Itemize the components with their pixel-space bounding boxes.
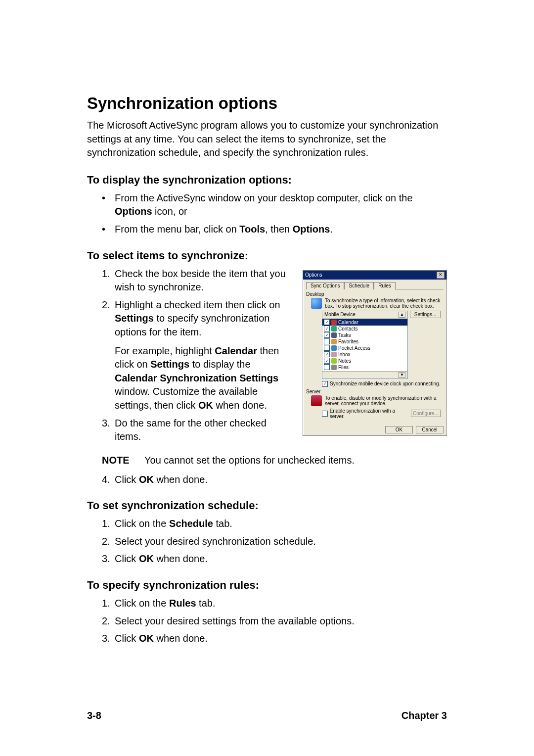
list-item[interactable]: Pocket Access	[322, 345, 407, 351]
intro-paragraph: The Microsoft ActiveSync program allows …	[87, 119, 447, 160]
sync-icon	[311, 298, 322, 309]
item-checkbox[interactable]	[324, 338, 330, 344]
item-checkbox[interactable]: ✓	[324, 351, 330, 357]
item-checkbox[interactable]	[324, 345, 330, 351]
display-option-2: From the menu bar, click on Tools, then …	[102, 223, 447, 236]
item-label: Favorites	[338, 338, 358, 345]
tab-rules[interactable]: Rules	[374, 282, 396, 289]
item-checkbox[interactable]: ✓	[324, 358, 330, 364]
item-label: Tasks	[338, 332, 351, 338]
rules-step-3: Click OK when done.	[102, 632, 447, 646]
configure-button: Configure...	[411, 410, 441, 417]
item-icon	[331, 339, 337, 344]
section-schedule-heading: To set synchronization schedule:	[87, 499, 447, 512]
desktop-section-label: Desktop	[306, 291, 444, 297]
desktop-info-text: To synchronize a type of information, se…	[325, 298, 444, 309]
item-checkbox[interactable]: ✓	[324, 326, 330, 331]
item-label: Pocket Access	[338, 345, 370, 351]
section-display-heading: To display the synchronization options:	[87, 174, 447, 187]
list-item[interactable]: Favorites	[322, 338, 407, 345]
enable-server-label: Enable synchronization with a server.	[330, 408, 409, 419]
sync-clock-label: Synchronize mobile device clock upon con…	[330, 381, 440, 386]
schedule-step-2: Select your desired synchronization sche…	[102, 535, 447, 549]
settings-button[interactable]: Settings...	[410, 311, 441, 318]
rules-step-2: Select your desired settings from the av…	[102, 614, 447, 628]
list-item[interactable]: Files	[322, 364, 407, 371]
server-icon	[311, 395, 322, 406]
item-icon	[331, 326, 337, 331]
list-item[interactable]: ✓Inbox	[322, 351, 407, 358]
note-text: You cannot set the options for unchecked…	[144, 455, 355, 466]
schedule-step-1: Click on the Schedule tab.	[102, 517, 447, 531]
item-icon	[331, 352, 337, 357]
list-header-label: Mobile Device	[324, 312, 356, 318]
list-item[interactable]: ✓Calendar	[322, 319, 407, 326]
list-item[interactable]: ✓Tasks	[322, 332, 407, 338]
page-number: 3-8	[87, 710, 101, 721]
item-checkbox[interactable]: ✓	[324, 319, 330, 325]
item-icon	[331, 345, 337, 351]
tab-sync-options[interactable]: Sync Options	[306, 282, 344, 289]
display-option-1: From the ActiveSync window on your deskt…	[102, 191, 447, 219]
list-item[interactable]: ✓Notes	[322, 358, 407, 364]
item-checkbox[interactable]	[324, 364, 330, 370]
server-info-text: To enable, disable or modify synchroniza…	[325, 395, 444, 406]
rules-step-1: Click on the Rules tab.	[102, 597, 447, 611]
item-icon	[331, 332, 337, 338]
cancel-button[interactable]: Cancel	[416, 426, 444, 433]
select-step-4: Click OK when done.	[102, 473, 447, 487]
ok-button[interactable]: OK	[385, 426, 413, 433]
list-item[interactable]: ✓Contacts	[322, 326, 407, 332]
schedule-step-3: Click OK when done.	[102, 552, 447, 566]
item-label: Inbox	[338, 351, 350, 358]
server-section-label: Server	[306, 389, 444, 394]
select-step-1: Check the box beside the item that you w…	[102, 267, 294, 294]
item-label: Notes	[338, 358, 351, 364]
sync-clock-checkbox[interactable]: ✓	[322, 381, 328, 387]
item-icon	[331, 358, 337, 364]
item-icon	[331, 365, 337, 370]
chapter-label: Chapter 3	[401, 710, 447, 721]
scroll-up-icon[interactable]: ▲	[399, 312, 405, 318]
item-checkbox[interactable]: ✓	[324, 332, 330, 338]
dialog-title: Options	[305, 272, 322, 278]
enable-server-checkbox[interactable]	[322, 411, 328, 417]
page-heading: Synchronization options	[87, 94, 447, 113]
note-label: NOTE	[102, 455, 144, 466]
scroll-down-icon[interactable]: ▼	[399, 372, 405, 378]
section-select-heading: To select items to synchronize:	[87, 249, 447, 262]
mobile-device-list[interactable]: Mobile Device ▲ ✓Calendar✓Contacts✓Tasks…	[322, 311, 408, 379]
select-step-3: Do the same for the other checked items.	[102, 417, 294, 444]
item-label: Calendar	[338, 319, 358, 326]
item-icon	[331, 320, 337, 325]
tab-schedule[interactable]: Schedule	[344, 282, 374, 289]
options-dialog: Options ✕ Sync Options Schedule Rules De…	[303, 270, 447, 436]
section-rules-heading: To specify synchronization rules:	[87, 579, 447, 592]
close-icon[interactable]: ✕	[437, 272, 445, 279]
item-label: Contacts	[338, 326, 357, 332]
select-step-2: Highlight a checked item then click on S…	[102, 298, 294, 413]
item-label: Files	[338, 364, 349, 371]
